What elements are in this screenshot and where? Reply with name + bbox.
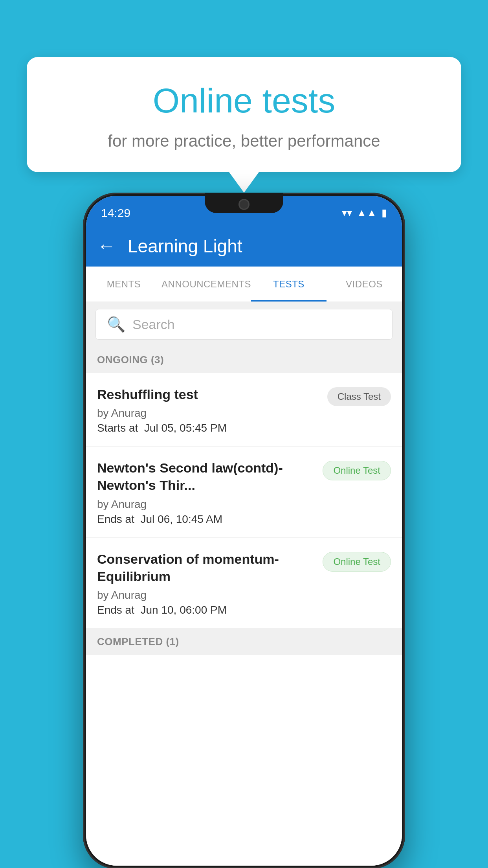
test-badge: Online Test: [323, 552, 391, 572]
search-bar[interactable]: 🔍 Search: [95, 309, 393, 340]
completed-section-header: COMPLETED (1): [86, 629, 402, 655]
signal-icon: ▲▲: [357, 207, 377, 219]
status-time: 14:29: [101, 206, 130, 220]
test-info: Conservation of momentum-Equilibrium by …: [97, 550, 315, 616]
test-info: Newton's Second law(contd)-Newton's Thir…: [97, 459, 315, 525]
test-item[interactable]: Reshuffling test by Anurag Starts at Jul…: [86, 373, 402, 447]
front-camera: [238, 199, 250, 210]
back-button[interactable]: ←: [97, 235, 116, 257]
test-info: Reshuffling test by Anurag Starts at Jul…: [97, 386, 319, 434]
search-input[interactable]: Search: [132, 317, 175, 332]
phone-frame: 14:29 ▾▾ ▲▲ ▮ ← Learning Light MENTS: [83, 193, 405, 868]
search-container: 🔍 Search: [86, 302, 402, 347]
phone-notch: [205, 193, 283, 213]
tabs-bar: MENTS ANNOUNCEMENTS TESTS VIDEOS: [86, 267, 402, 302]
test-date: Starts at Jul 05, 05:45 PM: [97, 422, 319, 434]
test-author: by Anurag: [97, 589, 315, 601]
test-badge: Online Test: [323, 461, 391, 480]
test-date: Ends at Jul 06, 10:45 AM: [97, 513, 315, 526]
tab-videos[interactable]: VIDEOS: [327, 267, 402, 302]
bubble-subtitle: for more practice, better performance: [46, 132, 442, 151]
test-item[interactable]: Newton's Second law(contd)-Newton's Thir…: [86, 447, 402, 537]
wifi-icon: ▾▾: [342, 207, 352, 219]
phone-wrapper: 14:29 ▾▾ ▲▲ ▮ ← Learning Light MENTS: [83, 193, 405, 868]
test-author: by Anurag: [97, 498, 315, 511]
phone-screen: 14:29 ▾▾ ▲▲ ▮ ← Learning Light MENTS: [86, 196, 402, 866]
test-date: Ends at Jun 10, 06:00 PM: [97, 604, 315, 616]
tab-announcements[interactable]: ANNOUNCEMENTS: [161, 267, 251, 302]
test-badge: Class Test: [327, 387, 391, 406]
screen-content: MENTS ANNOUNCEMENTS TESTS VIDEOS 🔍: [86, 267, 402, 866]
bubble-title: Online tests: [46, 81, 442, 121]
ongoing-section-header: ONGOING (3): [86, 347, 402, 373]
search-icon: 🔍: [107, 316, 125, 333]
app-title: Learning Light: [128, 235, 242, 257]
test-name: Reshuffling test: [97, 386, 319, 403]
battery-icon: ▮: [382, 207, 387, 219]
tab-ments[interactable]: MENTS: [86, 267, 161, 302]
test-author: by Anurag: [97, 407, 319, 419]
tab-tests[interactable]: TESTS: [251, 267, 327, 302]
test-list: Reshuffling test by Anurag Starts at Jul…: [86, 373, 402, 629]
status-icons: ▾▾ ▲▲ ▮: [342, 207, 387, 219]
test-name: Newton's Second law(contd)-Newton's Thir…: [97, 459, 315, 494]
app-bar: ← Learning Light: [86, 225, 402, 267]
test-item[interactable]: Conservation of momentum-Equilibrium by …: [86, 538, 402, 629]
promo-bubble: Online tests for more practice, better p…: [27, 57, 461, 172]
test-name: Conservation of momentum-Equilibrium: [97, 550, 315, 585]
